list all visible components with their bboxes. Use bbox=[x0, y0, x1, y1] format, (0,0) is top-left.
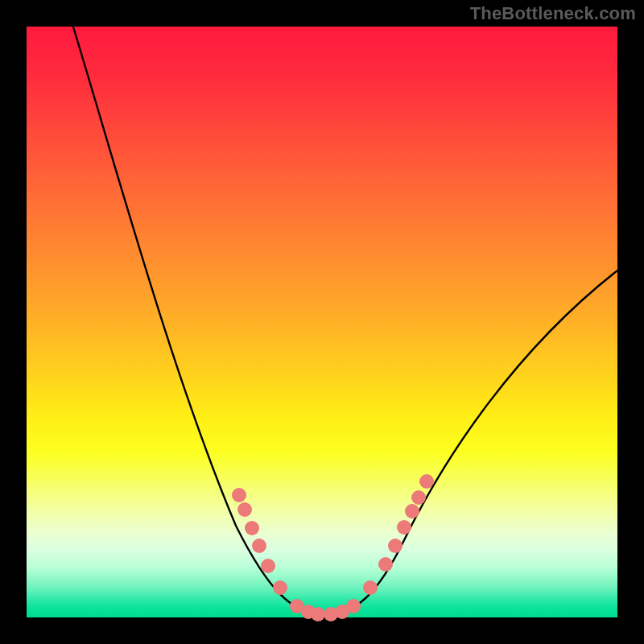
bottleneck-curve bbox=[72, 22, 617, 615]
curve-marker bbox=[363, 580, 378, 595]
plot-area bbox=[27, 27, 617, 617]
curve-marker bbox=[311, 607, 325, 621]
curve-marker bbox=[378, 557, 393, 572]
curve-marker bbox=[405, 504, 419, 518]
curve-marker bbox=[419, 474, 434, 489]
curve-marker bbox=[273, 580, 287, 595]
watermark-label: TheBottleneck.com bbox=[470, 3, 636, 24]
curve-marker bbox=[237, 502, 252, 517]
curve-marker bbox=[232, 488, 246, 502]
curve-marker bbox=[346, 599, 361, 613]
curve-overlay bbox=[27, 27, 617, 617]
curve-marker bbox=[245, 521, 259, 535]
chart-frame: TheBottleneck.com bbox=[0, 0, 644, 644]
curve-marker bbox=[397, 520, 411, 535]
curve-marker bbox=[252, 539, 266, 553]
curve-markers bbox=[232, 474, 434, 621]
curve-marker bbox=[411, 490, 426, 505]
curve-marker bbox=[261, 559, 275, 573]
curve-marker bbox=[388, 539, 402, 553]
